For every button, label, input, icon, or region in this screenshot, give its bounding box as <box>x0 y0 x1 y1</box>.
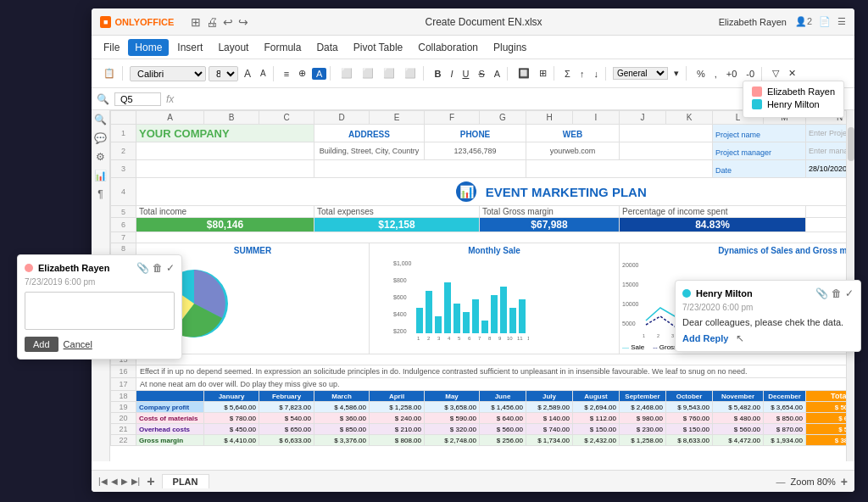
henry-attach-icon[interactable]: 📎 <box>815 287 828 299</box>
redo-icon[interactable]: ↪ <box>238 15 248 29</box>
henry-check-icon[interactable]: ✓ <box>845 287 854 299</box>
left-panel-search[interactable]: 🔍 <box>94 114 107 126</box>
menu-insert[interactable]: Insert <box>170 39 209 56</box>
undo-icon[interactable]: ↩ <box>223 15 233 29</box>
comma-btn[interactable]: , <box>711 67 721 81</box>
oh-jul[interactable]: $ 740.00 <box>526 424 573 435</box>
oh-sep[interactable]: $ 230.00 <box>620 424 666 435</box>
elizabeth-attach-icon[interactable]: 📎 <box>136 262 149 274</box>
align-btn-3[interactable]: ⬜ <box>380 66 398 81</box>
oh-apr[interactable]: $ 210.00 <box>370 424 425 435</box>
copy-format-btn[interactable]: 📋 <box>100 66 119 81</box>
oh-dec[interactable]: $ 870.00 <box>764 424 806 435</box>
menu-data[interactable]: Data <box>309 39 344 56</box>
share-icon[interactable]: 📄 <box>819 16 831 27</box>
oh-aug[interactable]: $ 150.00 <box>573 424 620 435</box>
zoom-minus-btn[interactable]: — <box>776 477 786 487</box>
cp-may[interactable]: $ 3,658.00 <box>425 402 480 413</box>
cp-dec[interactable]: $ 3,654.00 <box>764 402 806 413</box>
oh-may[interactable]: $ 320.00 <box>425 424 480 435</box>
oh-jan[interactable]: $ 450.00 <box>204 424 259 435</box>
left-panel-paragraph[interactable]: ¶ <box>97 188 103 200</box>
window-icon-1[interactable]: ⊞ <box>191 15 201 29</box>
increase-font-btn[interactable]: A <box>241 66 254 81</box>
elizabeth-delete-icon[interactable]: 🗑 <box>153 262 163 274</box>
cp-oct[interactable]: $ 9,543.00 <box>666 402 713 413</box>
gm-dec[interactable]: $ 1,934.00 <box>764 435 806 446</box>
menu-file[interactable]: File <box>97 39 126 56</box>
add-sheet-btn[interactable]: + <box>147 474 154 489</box>
cm-jun[interactable]: $ 640.00 <box>480 413 526 424</box>
align-center-btn[interactable]: ≡ <box>281 67 292 81</box>
gm-jun[interactable]: $ 256.00 <box>480 435 526 446</box>
gm-oct[interactable]: $ 8,633.00 <box>666 435 713 446</box>
left-panel-comment[interactable]: 💬 <box>94 132 107 144</box>
italic-btn[interactable]: I <box>447 67 456 81</box>
cm-jan[interactable]: $ 780.00 <box>204 413 259 424</box>
elizabeth-add-btn[interactable]: Add <box>25 337 58 352</box>
cm-aug[interactable]: $ 112.00 <box>573 413 620 424</box>
align-btn-1[interactable]: ⬜ <box>337 66 356 81</box>
cell-reference-input[interactable] <box>114 92 161 106</box>
sheet-tab-plan[interactable]: PLAN <box>162 474 209 488</box>
oh-oct[interactable]: $ 150.00 <box>666 424 713 435</box>
cm-apr[interactable]: $ 240.00 <box>370 413 425 424</box>
clear-filter-btn[interactable]: ✕ <box>785 66 799 81</box>
color-btn[interactable]: A <box>491 67 504 81</box>
gm-nov[interactable]: $ 4,472.00 <box>713 435 764 446</box>
elizabeth-comment-textarea[interactable] <box>25 292 175 330</box>
dec-inc-btn[interactable]: +0 <box>723 67 741 81</box>
text-active-btn[interactable]: A <box>312 68 326 80</box>
cp-feb[interactable]: $ 7,823.00 <box>259 402 314 413</box>
sum-btn[interactable]: Σ <box>561 67 574 81</box>
strikethrough-btn[interactable]: S <box>475 67 487 81</box>
print-icon[interactable]: 🖨 <box>206 15 218 29</box>
gm-apr[interactable]: $ 808.00 <box>370 435 425 446</box>
cp-jan[interactable]: $ 5,640.00 <box>204 402 259 413</box>
elizabeth-cancel-btn[interactable]: Cancel <box>64 337 92 352</box>
henry-add-reply-btn[interactable]: Add Reply <box>682 333 728 343</box>
oh-feb[interactable]: $ 650.00 <box>259 424 314 435</box>
menu-formula[interactable]: Formula <box>257 39 308 56</box>
oh-nov[interactable]: $ 560.00 <box>713 424 764 435</box>
gm-feb[interactable]: $ 6,633.00 <box>259 435 314 446</box>
underline-btn[interactable]: U <box>459 67 472 81</box>
gm-sep[interactable]: $ 1,258.00 <box>620 435 666 446</box>
cm-jul[interactable]: $ 140.00 <box>526 413 573 424</box>
gm-may[interactable]: $ 2,748.00 <box>425 435 480 446</box>
gm-mar[interactable]: $ 3,376.00 <box>314 435 370 446</box>
left-panel-settings[interactable]: ⚙ <box>96 151 105 163</box>
gm-aug[interactable]: $ 2,432.00 <box>573 435 620 446</box>
menu-pivot[interactable]: Pivot Table <box>347 39 409 56</box>
font-family-select[interactable]: Calibri <box>130 66 206 81</box>
dec-dec-btn[interactable]: -0 <box>743 67 758 81</box>
nav-next-end[interactable]: ▶| <box>131 477 141 486</box>
cp-aug[interactable]: $ 2,694.00 <box>573 402 620 413</box>
cm-may[interactable]: $ 590.00 <box>425 413 480 424</box>
filter-btn[interactable]: ▽ <box>769 66 782 81</box>
bold-btn[interactable]: B <box>431 67 444 81</box>
cp-nov[interactable]: $ 5,482.00 <box>713 402 764 413</box>
elizabeth-check-icon[interactable]: ✓ <box>166 262 175 274</box>
align-btn-2[interactable]: ⬜ <box>359 66 377 81</box>
nav-prev[interactable]: ◀ <box>111 477 118 486</box>
nav-next[interactable]: ▶ <box>121 477 128 486</box>
cp-jul[interactable]: $ 2,589.00 <box>526 402 573 413</box>
oh-jun[interactable]: $ 560.00 <box>480 424 526 435</box>
cm-sep[interactable]: $ 980.00 <box>620 413 666 424</box>
cm-mar[interactable]: $ 360.00 <box>314 413 370 424</box>
sort-asc-btn[interactable]: ↑ <box>576 67 588 81</box>
font-size-select[interactable]: 8 <box>209 66 238 81</box>
menu-home[interactable]: Home <box>128 39 169 56</box>
cm-feb[interactable]: $ 540.00 <box>259 413 314 424</box>
gm-jul[interactable]: $ 1,734.00 <box>526 435 573 446</box>
cm-nov[interactable]: $ 480.00 <box>713 413 764 424</box>
menu-plugins[interactable]: Plugins <box>487 39 533 56</box>
left-panel-chart[interactable]: 📊 <box>94 170 107 181</box>
cp-apr[interactable]: $ 1,258.00 <box>370 402 425 413</box>
number-format-select[interactable]: General <box>613 67 668 80</box>
fill-color-btn[interactable]: 🔲 <box>515 66 533 81</box>
scroll-thumb[interactable] <box>848 127 854 161</box>
zoom-plus-btn[interactable]: + <box>841 475 848 488</box>
percent-btn[interactable]: % <box>693 67 709 81</box>
